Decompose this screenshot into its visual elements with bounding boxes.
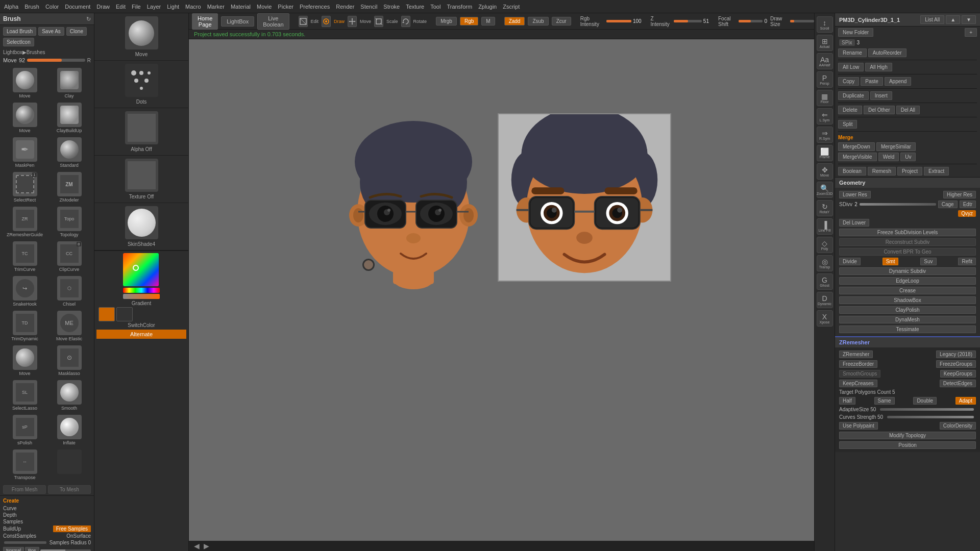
brush-item-zremesherguide[interactable]: ZR ZRemesherGuide — [3, 205, 46, 239]
same-button[interactable]: Same — [874, 397, 895, 405]
brush-item-selectlasso[interactable]: SL SelectLasso — [3, 379, 46, 412]
brush-item-selectrect[interactable]: 1 SelectRect — [3, 170, 46, 204]
tessimate-button[interactable]: Tessimate — [839, 325, 976, 333]
samples-radius-slider[interactable] — [4, 541, 46, 544]
gradient-picker[interactable] — [123, 253, 160, 299]
side-tool-frame[interactable]: ⬜ Frame — [817, 145, 833, 161]
edtr-button[interactable]: Edtr — [960, 201, 976, 208]
z-intensity-slider[interactable] — [674, 20, 702, 22]
merge-down-button[interactable]: MergeDown — [838, 142, 875, 151]
brush-item-standard[interactable]: Standard — [47, 136, 91, 169]
scale-button[interactable] — [374, 16, 383, 27]
pos-btn[interactable]: Pos — [25, 547, 39, 551]
side-tool-poly[interactable]: ◇ Poly — [817, 237, 833, 253]
all-high-button[interactable]: All High — [865, 63, 892, 71]
clay-polish-button[interactable]: ClayPolish — [839, 306, 976, 314]
zadd-button[interactable]: Zadd — [504, 17, 525, 26]
curves-strength-slider[interactable] — [887, 416, 974, 418]
adaptive-size-slider[interactable] — [880, 408, 974, 411]
brush-item-move2[interactable]: Move — [3, 101, 46, 135]
rotate-button[interactable] — [401, 16, 410, 27]
clone-button[interactable]: Clone — [66, 27, 87, 36]
brush-item-moveelastic[interactable]: ME Move Elastic — [47, 309, 91, 343]
divide-button[interactable]: Divide — [839, 258, 861, 265]
del-all-button[interactable]: Del All — [896, 106, 920, 114]
brush-item-claybuildup[interactable]: ClayBuildUp — [47, 101, 91, 135]
menu-brush[interactable]: Brush — [24, 4, 39, 10]
shadowbox-button[interactable]: ShadowBox — [839, 296, 976, 304]
zsub-button[interactable]: Zsub — [528, 17, 548, 26]
geometry-header[interactable]: Geometry — [835, 178, 980, 188]
detect-edges-button[interactable]: DetectEdges — [940, 380, 976, 387]
side-tool-zoom3d[interactable]: 🔍 ZoomS3D — [817, 182, 833, 198]
brush-item-smooth[interactable]: Smooth — [47, 379, 91, 412]
extract-button[interactable]: Extract — [924, 167, 949, 176]
lower-res-button[interactable]: Lower Res — [839, 191, 871, 198]
menu-picker[interactable]: Picker — [278, 4, 293, 10]
preset-move[interactable]: Move — [94, 13, 188, 61]
menu-zscript[interactable]: Zscript — [503, 4, 520, 10]
side-tool-transp[interactable]: ◎ Transp — [817, 255, 833, 271]
double-button[interactable]: Double — [913, 397, 937, 405]
alternate-button[interactable]: Alternate — [96, 330, 186, 339]
live-boolean-tab[interactable]: Live Boolean — [257, 13, 289, 30]
weld-button[interactable]: Weld — [878, 153, 899, 161]
menu-render[interactable]: Render — [336, 4, 354, 10]
append-btn2[interactable]: + — [965, 28, 977, 37]
brush-item-snakehook[interactable]: ↪ SnakeHook — [3, 274, 46, 308]
side-tool-ghost[interactable]: G Ghost — [817, 273, 833, 290]
side-tool-rsym[interactable]: ⇒ R.Sym — [817, 127, 833, 143]
brush-item-spolish[interactable]: sP sPolish — [3, 413, 46, 447]
color-gradient-box[interactable] — [123, 253, 159, 286]
duplicate-button[interactable]: Duplicate — [838, 91, 869, 100]
side-tool-linefill[interactable]: ▐ Line Fill — [817, 218, 833, 235]
menu-layer[interactable]: Layer — [147, 4, 161, 10]
m-button[interactable]: M — [481, 17, 495, 26]
menu-alpha[interactable]: Alpha — [4, 4, 18, 10]
dyna-mesh-button[interactable]: DynaMesh — [839, 316, 976, 323]
move-button[interactable] — [348, 16, 357, 27]
project-button[interactable]: Project — [897, 167, 922, 176]
freeze-border-button[interactable]: FreezeBorder — [839, 360, 877, 368]
cage-button[interactable]: Cage — [938, 201, 958, 208]
menu-material[interactable]: Material — [231, 4, 251, 10]
side-tool-lsym[interactable]: ⇐ L.Sym — [817, 108, 833, 124]
position-button[interactable]: Position — [839, 441, 976, 449]
preset-texture-off[interactable]: Texture Off — [94, 156, 188, 203]
brush-item-trimdynamic[interactable]: TD TrimDynamic — [3, 309, 46, 343]
smooth-groups-button[interactable]: SmoothGroups — [839, 370, 880, 378]
side-tool-actual[interactable]: ⊞ Actual — [817, 35, 833, 51]
copy-button[interactable]: Copy — [838, 77, 859, 86]
refresh-icon[interactable]: ↻ — [86, 16, 91, 22]
preset-alpha-off[interactable]: Alpha Off — [94, 108, 188, 156]
higher-res-button[interactable]: Higher Res — [943, 191, 976, 198]
preset-dots[interactable]: Dots — [94, 61, 188, 108]
auto-reorder-button[interactable]: AutoReorder — [868, 48, 906, 57]
brush-item-clay[interactable]: Clay — [47, 66, 91, 100]
del-lower-button[interactable]: Del Lower — [839, 219, 869, 227]
side-tool-floor[interactable]: ▦ Floor — [817, 90, 833, 106]
remesh-button[interactable]: Remesh — [868, 167, 896, 176]
side-tool-xpose[interactable]: X Xpose — [817, 310, 833, 327]
legacy-button[interactable]: Legacy (2018) — [936, 350, 976, 358]
canvas-viewport[interactable] — [189, 39, 814, 541]
adapt-button[interactable]: Adapt — [955, 397, 976, 405]
menu-draw[interactable]: Draw — [96, 4, 110, 10]
from-mesh-button[interactable]: From Mesh — [3, 485, 46, 494]
brush-item-move3[interactable]: Move — [3, 344, 46, 378]
menu-document[interactable]: Document — [65, 4, 90, 10]
menu-stroke[interactable]: Stroke — [383, 4, 400, 10]
refit-button[interactable]: Refit — [958, 258, 976, 265]
brush-item-transpose[interactable]: ↔ Transpose — [3, 448, 46, 482]
hue-bar[interactable] — [123, 288, 160, 293]
menu-preferences[interactable]: Preferences — [300, 4, 330, 10]
menu-movie[interactable]: Movie — [257, 4, 272, 10]
sdiv-slider[interactable] — [860, 203, 936, 206]
side-tool-scroll[interactable]: ↕ Scroll — [817, 16, 833, 33]
smt-button[interactable]: Smt — [883, 258, 899, 265]
freeze-subdiv-button[interactable]: Freeze SubDivision Levels — [839, 229, 976, 236]
side-tool-persp[interactable]: P Persp — [817, 71, 833, 88]
left-arrow-icon[interactable]: ◀ — [194, 542, 200, 550]
load-brush-button[interactable]: Load Brush — [3, 27, 36, 36]
split-button[interactable]: Split — [838, 120, 857, 129]
